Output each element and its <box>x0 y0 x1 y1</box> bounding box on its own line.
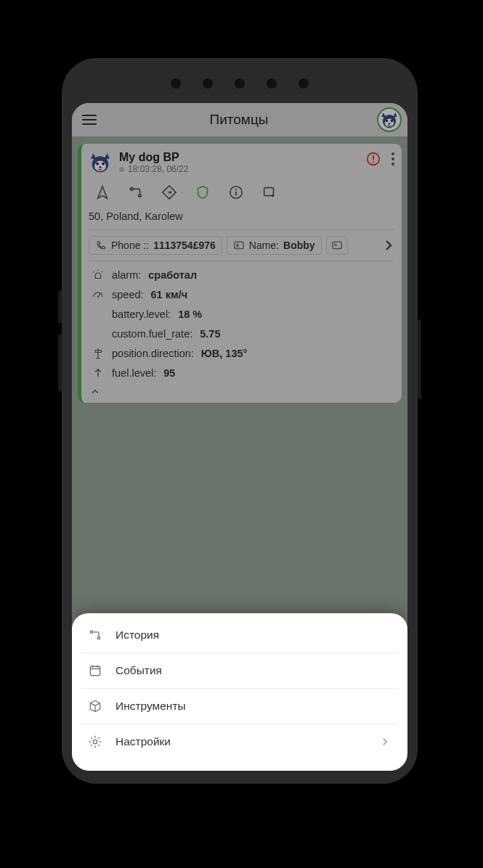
svg-point-29 <box>93 740 97 743</box>
svg-point-26 <box>90 631 92 633</box>
id-card-icon <box>233 239 245 251</box>
sensor-value: 5.75 <box>200 328 220 340</box>
svg-point-22 <box>236 244 238 246</box>
calendar-icon <box>88 663 102 678</box>
route-icon <box>88 628 102 642</box>
svg-rect-12 <box>373 155 374 160</box>
menu-settings[interactable]: Настройки <box>81 724 399 759</box>
menu-tools[interactable]: Инструменты <box>81 689 399 724</box>
chevron-up-icon <box>89 385 102 398</box>
navigate-icon[interactable] <box>94 184 110 200</box>
chevron-right-icon[interactable] <box>380 237 397 254</box>
screen: Питомцы <box>72 103 407 771</box>
svg-rect-23 <box>333 242 341 248</box>
phone-side-button <box>58 334 62 392</box>
menu-label: Инструменты <box>115 700 186 713</box>
id-card-icon <box>331 239 343 251</box>
bottom-sheet: История События Инструменты Настройки <box>72 613 407 771</box>
status-dot-icon <box>119 167 124 172</box>
phone-side-button <box>418 319 421 399</box>
sensor-fuel-rate: custom.fuel_rate: 5.75 <box>92 327 391 340</box>
sensor-label: battery.level: <box>112 308 171 320</box>
svg-point-5 <box>389 123 391 125</box>
box-icon <box>88 699 102 713</box>
menu-events[interactable]: События <box>81 653 399 689</box>
phone-chip[interactable]: Phone :: 1113754£976 <box>89 236 222 255</box>
arrow-up-icon <box>92 367 105 380</box>
sensor-alarm: alarm: сработал <box>92 269 391 282</box>
gear-icon <box>88 734 102 749</box>
chip-row[interactable]: Phone :: 1113754£976 Name: Bobby <box>89 229 394 261</box>
svg-point-9 <box>102 163 105 165</box>
sensor-value: 95 <box>163 367 175 379</box>
svg-rect-28 <box>90 666 100 676</box>
menu-label: История <box>115 629 159 642</box>
card-toolbar <box>89 174 394 208</box>
more-icon[interactable] <box>391 152 394 165</box>
pet-timestamp-text: 18:03:28, 06/22 <box>128 164 188 174</box>
phone-frame: Питомцы <box>62 58 418 784</box>
svg-rect-20 <box>264 188 274 196</box>
svg-point-27 <box>97 637 100 639</box>
pet-card: My dog BP 18:03:28, 06/22 <box>78 144 402 403</box>
sensor-label: speed: <box>112 289 144 300</box>
directions-icon[interactable] <box>161 184 177 200</box>
sensor-fuel-level: fuel.level: 95 <box>92 367 391 380</box>
phone-label: Phone :: <box>111 239 149 251</box>
sensor-direction: position.direction: ЮВ, 135° <box>92 347 391 360</box>
sensor-label: custom.fuel_rate: <box>112 328 192 340</box>
husky-icon <box>379 110 399 130</box>
svg-rect-18 <box>235 192 237 196</box>
sensor-speed: speed: 61 км/ч <box>92 288 391 301</box>
sensor-battery: battery.level: 18 % <box>92 308 391 321</box>
phone-value: 1113754£976 <box>153 239 216 251</box>
sensor-label: alarm: <box>112 269 141 281</box>
menu-label: Настройки <box>115 735 171 748</box>
pet-name: My dog BP <box>119 151 358 164</box>
avatar[interactable] <box>377 107 402 132</box>
svg-point-4 <box>391 120 393 122</box>
page-title: Питомцы <box>101 112 377 128</box>
svg-rect-21 <box>235 242 243 248</box>
pet-address: 50, Poland, Karolew <box>89 208 394 229</box>
sensor-list: alarm: сработал speed: 61 км/ч battery.l… <box>89 261 394 381</box>
svg-point-8 <box>96 163 99 165</box>
menu-history[interactable]: История <box>81 618 399 653</box>
info-icon[interactable] <box>228 184 244 200</box>
svg-point-15 <box>139 195 142 197</box>
pet-avatar[interactable] <box>89 151 112 174</box>
sensor-value: сработал <box>148 269 197 281</box>
sensor-label: position.direction: <box>112 348 194 359</box>
husky-icon <box>89 151 112 174</box>
name-value: Bobby <box>283 239 315 251</box>
svg-point-25 <box>97 296 99 298</box>
menu-label: События <box>115 664 162 677</box>
chevron-right-icon <box>378 735 391 748</box>
svg-point-3 <box>386 120 388 122</box>
gauge-icon <box>92 288 105 301</box>
extra-chip[interactable] <box>326 236 348 255</box>
menu-icon[interactable] <box>78 108 101 131</box>
phone-earpiece <box>171 78 309 89</box>
sensor-value: 18 % <box>178 308 202 320</box>
alert-icon[interactable] <box>365 151 381 167</box>
collapse-button[interactable] <box>89 381 394 403</box>
name-label: Name: <box>249 239 279 251</box>
route-icon[interactable] <box>128 184 144 200</box>
svg-rect-19 <box>235 189 237 190</box>
phone-side-button <box>58 290 62 324</box>
svg-point-10 <box>99 166 101 168</box>
device-add-icon[interactable] <box>261 184 277 200</box>
svg-rect-13 <box>373 161 374 163</box>
sensor-value: 61 км/ч <box>151 289 188 300</box>
name-chip[interactable]: Name: Bobby <box>227 236 322 255</box>
svg-point-24 <box>334 244 336 246</box>
signpost-icon <box>92 347 105 360</box>
alarm-light-icon <box>92 269 105 282</box>
pet-timestamp: 18:03:28, 06/22 <box>119 164 358 174</box>
sensor-value: ЮВ, 135° <box>201 348 247 359</box>
app-header: Питомцы <box>72 103 407 136</box>
phone-icon <box>95 239 107 251</box>
shield-icon[interactable] <box>195 184 211 200</box>
sensor-label: fuel.level: <box>112 367 156 379</box>
